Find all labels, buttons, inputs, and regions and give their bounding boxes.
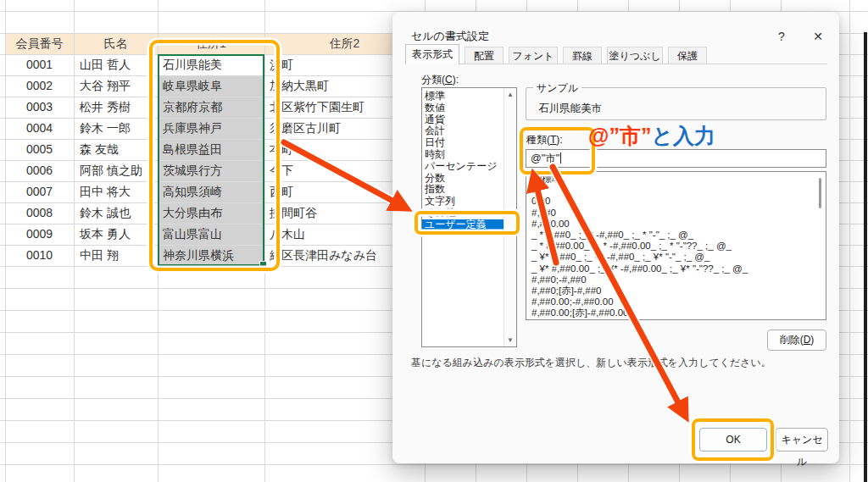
format-list-scroll-thumb[interactable] bbox=[819, 178, 821, 208]
format-cells-dialog: セルの書式設定 ? ✕ 表示形式配置フォント罫線塗りつぶし保護 分類(C): 標… bbox=[392, 12, 839, 463]
cell-name[interactable]: 松井 秀樹 bbox=[80, 97, 131, 118]
arrow-to-user-defined bbox=[284, 142, 405, 208]
tab-bar: 表示形式配置フォント罫線塗りつぶし保護 bbox=[405, 44, 829, 64]
format-code-item[interactable]: _ ¥* #,##0.00_ ;_ ¥* -#,##0.00_ ;_ ¥* "-… bbox=[531, 263, 821, 274]
category-label-post: ): bbox=[453, 74, 459, 86]
cell-name[interactable]: 鈴木 一郎 bbox=[80, 118, 131, 139]
sample-value: 石川県能美市 bbox=[538, 102, 602, 116]
tab-罫線[interactable]: 罫線 bbox=[563, 47, 602, 64]
cell-member-id[interactable]: 0006 bbox=[5, 160, 74, 181]
sample-label: サンプル bbox=[533, 81, 581, 96]
tab-表示形式[interactable]: 表示形式 bbox=[405, 44, 459, 64]
format-code-item[interactable]: 0.00 bbox=[531, 196, 821, 207]
gridline-v bbox=[849, 0, 850, 482]
fill-handle[interactable] bbox=[259, 261, 267, 269]
column-header-member-id[interactable]: 会員番号 bbox=[5, 33, 74, 54]
format-code-item[interactable]: #,##0.00;[赤]-#,##0.00 bbox=[531, 307, 821, 319]
cell-member-id[interactable]: 0001 bbox=[5, 54, 74, 75]
format-code-item[interactable]: #,##0 bbox=[531, 208, 821, 219]
cancel-button[interactable]: キャンセル bbox=[776, 428, 828, 452]
cell-name[interactable]: 森 友哉 bbox=[80, 139, 119, 160]
tab-塗りつぶし[interactable]: 塗りつぶし bbox=[607, 47, 663, 64]
cell-name[interactable]: 阿部 慎之助 bbox=[80, 160, 142, 181]
scroll-up-icon[interactable]: ▲ bbox=[504, 91, 516, 98]
gridline-v bbox=[264, 0, 265, 482]
category-item-パーセンテージ[interactable]: パーセンテージ bbox=[422, 161, 504, 173]
delete-button[interactable]: 削除(D) bbox=[767, 330, 826, 351]
text-cursor bbox=[560, 152, 561, 163]
category-item-通貨[interactable]: 通貨 bbox=[422, 114, 504, 126]
category-item-標準[interactable]: 標準 bbox=[422, 91, 504, 102]
category-item-分数[interactable]: 分数 bbox=[422, 173, 504, 185]
category-items: 標準数値通貨会計日付時刻パーセンテージ分数指数文字列その他ユーザー定義 bbox=[422, 91, 516, 231]
cell-member-id[interactable]: 0008 bbox=[5, 202, 74, 224]
category-item-会計[interactable]: 会計 bbox=[422, 125, 504, 137]
format-code-item[interactable]: #,##0.00;-#,##0.00 bbox=[531, 296, 821, 307]
type-input[interactable]: @"市" bbox=[526, 149, 826, 168]
cell-addr2[interactable]: 須磨区古川町 bbox=[270, 118, 341, 139]
tab-保護[interactable]: 保護 bbox=[668, 47, 707, 64]
cell-member-id[interactable]: 0010 bbox=[5, 245, 74, 266]
category-label-key: C bbox=[445, 74, 453, 86]
category-scrollbar[interactable]: ▲ ▼ bbox=[504, 88, 516, 346]
cell-member-id[interactable]: 0004 bbox=[5, 118, 74, 139]
type-label-pre: 種類( bbox=[526, 134, 550, 146]
category-item-ユーザー定義[interactable]: ユーザー定義 bbox=[422, 219, 504, 231]
cell-addr2[interactable]: 挾間町谷 bbox=[270, 202, 317, 224]
format-code-item[interactable]: #,##0.00 bbox=[531, 219, 821, 230]
cell-name[interactable]: 中田 翔 bbox=[80, 245, 119, 266]
category-label-pre: 分類( bbox=[421, 74, 445, 86]
cell-member-id[interactable]: 0002 bbox=[5, 75, 74, 97]
delete-label-post: ) bbox=[810, 334, 814, 346]
cell-member-id[interactable]: 0003 bbox=[5, 97, 74, 118]
category-item-指数[interactable]: 指数 bbox=[422, 184, 504, 196]
cell-member-id[interactable]: 0007 bbox=[5, 181, 74, 202]
category-label: 分類(C): bbox=[421, 73, 459, 87]
format-code-item[interactable]: G/標準 bbox=[531, 174, 821, 185]
cell-name[interactable]: 坂本 勇人 bbox=[80, 224, 131, 245]
category-item-数値[interactable]: 数値 bbox=[422, 102, 504, 114]
selection-range-border bbox=[158, 54, 264, 266]
format-code-item[interactable]: #,##0;[赤]-#,##0 bbox=[531, 285, 821, 296]
scroll-down-icon[interactable]: ▼ bbox=[504, 336, 516, 344]
cell-name[interactable]: 大谷 翔平 bbox=[80, 75, 131, 97]
format-code-item[interactable]: 0 bbox=[531, 185, 821, 196]
type-label-post: ): bbox=[556, 134, 562, 146]
dialog-title: セルの書式設定 bbox=[411, 29, 489, 44]
cell-addr2[interactable]: 八木山 bbox=[270, 224, 305, 245]
cell-name[interactable]: 田中 将大 bbox=[80, 181, 131, 202]
gridline-v bbox=[74, 0, 75, 482]
close-icon[interactable]: ✕ bbox=[808, 27, 828, 46]
cell-member-id[interactable]: 0009 bbox=[5, 224, 74, 245]
cell-addr2[interactable]: 西町 bbox=[270, 181, 293, 202]
format-code-listbox[interactable]: G/標準00.00#,##0#,##0.00_ * #,##0_ ;_ * -#… bbox=[526, 171, 826, 320]
column-header-name[interactable]: 氏名 bbox=[74, 33, 158, 54]
category-item-日付[interactable]: 日付 bbox=[422, 137, 504, 149]
format-code-item[interactable]: _ * #,##0.00_ ;_ * -#,##0.00_ ;_ * "-"??… bbox=[531, 241, 821, 252]
category-item-その他[interactable]: その他 bbox=[422, 208, 504, 219]
cell-addr2[interactable]: 加納大黒町 bbox=[270, 75, 329, 97]
tab-フォント[interactable]: フォント bbox=[509, 47, 558, 64]
delete-label-pre: 削除( bbox=[780, 334, 804, 346]
tab-配置[interactable]: 配置 bbox=[465, 47, 504, 64]
category-listbox[interactable]: 標準数値通貨会計日付時刻パーセンテージ分数指数文字列その他ユーザー定義 ▲ ▼ bbox=[421, 87, 517, 347]
format-code-item[interactable]: _ * #,##0_ ;_ * -#,##0_ ;_ * "-"_ ;_ @_ bbox=[531, 230, 821, 241]
cell-addr2[interactable]: 緑区長津田みなみ台 bbox=[270, 245, 377, 266]
cell-member-id[interactable]: 0005 bbox=[5, 139, 74, 160]
cell-addr2[interactable]: 浜町 bbox=[270, 54, 293, 75]
help-icon[interactable]: ? bbox=[772, 27, 791, 46]
cell-name[interactable]: 山田 哲人 bbox=[80, 54, 131, 75]
cell-addr2[interactable]: 本町 bbox=[270, 139, 293, 160]
screenshot-root: 会員番号 氏名 住所1 住所2 0001山田 哲人石川県能美浜町0002大谷 翔… bbox=[0, 0, 868, 482]
cell-addr2[interactable]: 北区紫竹下園生町 bbox=[270, 97, 364, 118]
type-input-value: @"市" bbox=[531, 152, 559, 164]
ok-button[interactable]: OK bbox=[699, 428, 767, 452]
format-code-item[interactable]: #,##0;-#,##0 bbox=[531, 274, 821, 285]
format-code-item[interactable]: _ ¥* #,##0_ ;_ ¥* -#,##0_ ;_ ¥* "-"_ ;_ … bbox=[531, 252, 821, 263]
category-item-文字列[interactable]: 文字列 bbox=[422, 196, 504, 208]
category-item-時刻[interactable]: 時刻 bbox=[422, 149, 504, 161]
cell-addr2[interactable]: 今下 bbox=[270, 160, 293, 181]
cell-name[interactable]: 鈴木 誠也 bbox=[80, 202, 131, 224]
type-label: 種類(T): bbox=[526, 133, 563, 147]
column-header-addr1[interactable]: 住所1 bbox=[158, 33, 264, 54]
